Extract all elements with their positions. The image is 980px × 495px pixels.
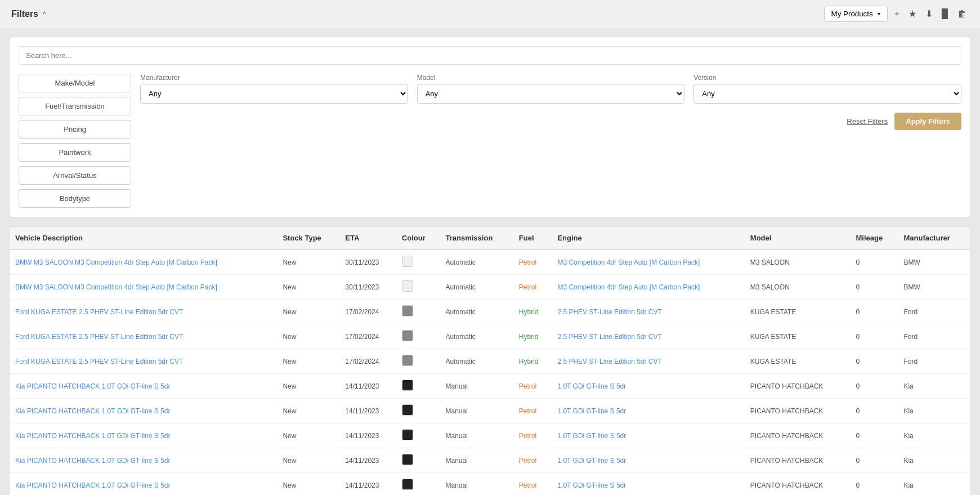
description-link[interactable]: BMW M3 SALOON M3 Competition 4dr Step Au… xyxy=(15,283,217,291)
table-row[interactable]: Kia PICANTO HATCHBACK 1.0T GDi GT-line S… xyxy=(10,374,970,399)
description-link[interactable]: Kia PICANTO HATCHBACK 1.0T GDi GT-line S… xyxy=(15,407,170,415)
cell-model: M3 SALOON xyxy=(745,275,851,300)
cell-stock-type: New xyxy=(277,300,339,324)
version-select[interactable]: Any xyxy=(693,84,961,104)
description-link[interactable]: Ford KUGA ESTATE 2.5 PHEV ST-Line Editio… xyxy=(15,333,183,341)
engine-link[interactable]: 1.0T GDi GT-line S 5dr xyxy=(557,481,626,489)
colour-swatch xyxy=(402,429,413,440)
table-row[interactable]: Ford KUGA ESTATE 2.5 PHEV ST-Line Editio… xyxy=(10,349,970,374)
description-link[interactable]: Kia PICANTO HATCHBACK 1.0T GDi GT-line S… xyxy=(15,457,170,465)
cell-eta: 14/11/2023 xyxy=(339,473,396,496)
cell-mileage: 0 xyxy=(851,349,898,374)
cell-colour xyxy=(396,399,440,423)
engine-link[interactable]: 2.5 PHEV ST-Line Edition 5dr CVT xyxy=(557,358,661,365)
colour-swatch xyxy=(402,330,413,341)
cell-transmission: Automatic xyxy=(440,275,513,300)
cell-colour xyxy=(396,349,440,374)
reset-filters-button[interactable]: Reset Filters xyxy=(847,117,888,126)
table-row[interactable]: Kia PICANTO HATCHBACK 1.0T GDi GT-line S… xyxy=(10,448,970,473)
filter-arrival-status-button[interactable]: Arrival/Status xyxy=(19,166,131,185)
cell-engine: 2.5 PHEV ST-Line Edition 5dr CVT xyxy=(552,300,744,324)
cell-transmission: Automatic xyxy=(440,324,513,349)
cell-transmission: Manual xyxy=(440,448,513,473)
cell-mileage: 0 xyxy=(851,399,898,423)
chevron-icon: ^ xyxy=(43,10,46,18)
filter-fuel-transmission-button[interactable]: Fuel/Transmission xyxy=(19,97,131,115)
col-transmission: Transmission xyxy=(440,227,513,249)
colour-swatch xyxy=(402,355,413,366)
cell-fuel: Hybrid xyxy=(513,349,552,374)
cell-fuel: Petrol xyxy=(513,448,552,473)
cell-mileage: 0 xyxy=(851,300,898,324)
filter-actions: Reset Filters Apply Filters xyxy=(140,113,961,130)
cell-engine: M3 Competition 4dr Step Auto [M Carbon P… xyxy=(552,249,744,275)
engine-link[interactable]: M3 Competition 4dr Step Auto [M Carbon P… xyxy=(557,283,700,291)
table-row[interactable]: Ford KUGA ESTATE 2.5 PHEV ST-Line Editio… xyxy=(10,300,970,324)
cell-eta: 14/11/2023 xyxy=(339,448,396,473)
manufacturer-label: Manufacturer xyxy=(140,74,408,82)
add-button[interactable]: + xyxy=(892,7,902,21)
table-row[interactable]: Kia PICANTO HATCHBACK 1.0T GDi GT-line S… xyxy=(10,473,970,496)
description-link[interactable]: Ford KUGA ESTATE 2.5 PHEV ST-Line Editio… xyxy=(15,358,183,365)
star-button[interactable]: ★ xyxy=(906,6,919,21)
filter-pricing-button[interactable]: Pricing xyxy=(19,120,131,139)
cell-mileage: 0 xyxy=(851,473,898,496)
cell-description: Kia PICANTO HATCHBACK 1.0T GDi GT-line S… xyxy=(10,374,277,399)
engine-link[interactable]: 2.5 PHEV ST-Line Edition 5dr CVT xyxy=(557,333,661,341)
chart-button[interactable]: ▉ xyxy=(939,6,951,21)
engine-link[interactable]: 1.0T GDi GT-line S 5dr xyxy=(557,457,626,465)
col-engine: Engine xyxy=(552,227,744,249)
search-input[interactable] xyxy=(19,46,961,65)
col-vehicle-description: Vehicle Description xyxy=(10,227,277,249)
cell-description: BMW M3 SALOON M3 Competition 4dr Step Au… xyxy=(10,275,277,300)
cell-mileage: 0 xyxy=(851,324,898,349)
table-row[interactable]: BMW M3 SALOON M3 Competition 4dr Step Au… xyxy=(10,249,970,275)
colour-swatch xyxy=(402,305,413,316)
cell-fuel: Petrol xyxy=(513,275,552,300)
cell-model: KUGA ESTATE xyxy=(745,349,851,374)
table-row[interactable]: BMW M3 SALOON M3 Competition 4dr Step Au… xyxy=(10,275,970,300)
filter-body: Make/Model Fuel/Transmission Pricing Pai… xyxy=(19,74,961,208)
description-link[interactable]: Kia PICANTO HATCHBACK 1.0T GDi GT-line S… xyxy=(15,432,170,440)
manufacturer-select[interactable]: Any xyxy=(140,84,408,104)
cell-engine: M3 Competition 4dr Step Auto [M Carbon P… xyxy=(552,275,744,300)
description-link[interactable]: BMW M3 SALOON M3 Competition 4dr Step Au… xyxy=(15,258,217,266)
cell-description: Kia PICANTO HATCHBACK 1.0T GDi GT-line S… xyxy=(10,473,277,496)
cell-stock-type: New xyxy=(277,399,339,423)
colour-swatch xyxy=(402,479,413,490)
description-link[interactable]: Kia PICANTO HATCHBACK 1.0T GDi GT-line S… xyxy=(15,382,170,390)
cell-transmission: Manual xyxy=(440,399,513,423)
page-title: Filters xyxy=(11,9,38,19)
cell-transmission: Automatic xyxy=(440,300,513,324)
engine-link[interactable]: 1.0T GDi GT-line S 5dr xyxy=(557,432,626,440)
table-row[interactable]: Ford KUGA ESTATE 2.5 PHEV ST-Line Editio… xyxy=(10,324,970,349)
filter-paintwork-button[interactable]: Paintwork xyxy=(19,143,131,162)
description-link[interactable]: Ford KUGA ESTATE 2.5 PHEV ST-Line Editio… xyxy=(15,308,183,316)
engine-link[interactable]: M3 Competition 4dr Step Auto [M Carbon P… xyxy=(557,258,700,266)
cell-stock-type: New xyxy=(277,249,339,275)
description-link[interactable]: Kia PICANTO HATCHBACK 1.0T GDi GT-line S… xyxy=(15,481,170,489)
filter-dropdowns: Manufacturer Any Model Any Version xyxy=(140,74,961,104)
cell-colour xyxy=(396,473,440,496)
engine-link[interactable]: 1.0T GDi GT-line S 5dr xyxy=(557,407,626,415)
apply-filters-button[interactable]: Apply Filters xyxy=(894,113,961,130)
cell-stock-type: New xyxy=(277,324,339,349)
cell-colour xyxy=(396,374,440,399)
filter-bodytype-button[interactable]: Bodytype xyxy=(19,189,131,208)
cell-manufacturer: BMW xyxy=(898,275,970,300)
engine-link[interactable]: 2.5 PHEV ST-Line Edition 5dr CVT xyxy=(557,308,661,316)
trash-button[interactable]: 🗑 xyxy=(955,7,969,21)
table-header: Vehicle Description Stock Type ETA Colou… xyxy=(10,227,970,249)
table-row[interactable]: Kia PICANTO HATCHBACK 1.0T GDi GT-line S… xyxy=(10,399,970,423)
chevron-down-icon: ▾ xyxy=(878,11,880,17)
model-label: Model xyxy=(417,74,685,82)
filter-make-model-button[interactable]: Make/Model xyxy=(19,74,131,92)
cell-colour xyxy=(396,300,440,324)
my-products-button[interactable]: My Products ▾ xyxy=(824,6,888,22)
cell-description: BMW M3 SALOON M3 Competition 4dr Step Au… xyxy=(10,249,277,275)
model-select[interactable]: Any xyxy=(417,84,685,104)
table-row[interactable]: Kia PICANTO HATCHBACK 1.0T GDi GT-line S… xyxy=(10,423,970,448)
col-eta: ETA xyxy=(339,227,396,249)
engine-link[interactable]: 1.0T GDi GT-line S 5dr xyxy=(557,382,626,390)
download-button[interactable]: ⬇ xyxy=(923,6,935,21)
